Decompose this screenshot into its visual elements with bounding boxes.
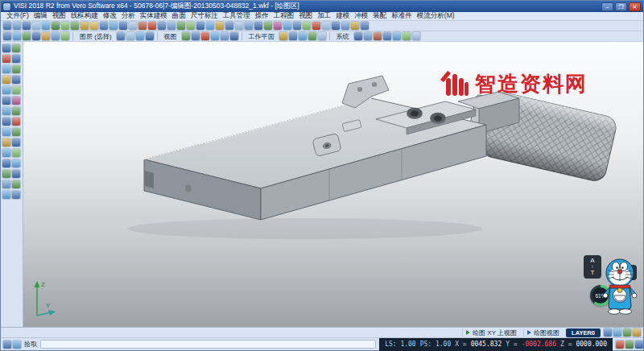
toolbar-icon[interactable] [230, 32, 238, 40]
toolbar-icon[interactable] [341, 22, 349, 30]
command-input[interactable] [40, 340, 376, 349]
toolbar-icon[interactable] [129, 22, 137, 30]
sidebar-icon[interactable] [12, 107, 20, 115]
menu-item[interactable]: 视图 [296, 11, 315, 21]
toolbar-icon[interactable] [146, 32, 154, 40]
sidebar-icon[interactable] [2, 170, 10, 178]
menu-item[interactable]: 建模 [333, 11, 352, 21]
menu-item[interactable]: 工程图 [271, 11, 297, 21]
toolbar-icon[interactable] [264, 22, 272, 30]
sidebar-icon[interactable] [2, 138, 10, 147]
toolbar-icon[interactable] [119, 22, 127, 30]
sidebar-icon[interactable] [12, 86, 20, 94]
toolbar-icon[interactable] [289, 32, 297, 40]
sidebar-icon[interactable] [12, 97, 20, 105]
toolbar-icon[interactable] [221, 32, 229, 40]
toolbar-icon[interactable] [13, 22, 21, 30]
cad-model-part[interactable] [128, 76, 618, 239]
toolbar-icon[interactable] [318, 32, 326, 40]
toolbar-icon[interactable] [109, 22, 118, 30]
toolbar-icon[interactable] [182, 32, 190, 40]
toolbar-icon[interactable] [308, 32, 316, 40]
toolbar-icon[interactable] [354, 32, 362, 40]
toolbar-icon[interactable] [52, 32, 60, 40]
toolbar-icon[interactable] [303, 22, 311, 30]
toolbar-icon[interactable] [32, 32, 40, 40]
sidebar-icon[interactable] [12, 138, 20, 147]
menu-item[interactable]: 尺寸标注 [188, 11, 221, 21]
menu-item[interactable]: 操作 [253, 11, 271, 21]
toolbar-icon[interactable] [361, 22, 369, 30]
toolbar-icon[interactable] [80, 22, 89, 30]
sidebar-icon[interactable] [12, 118, 20, 126]
toolbar-icon[interactable] [312, 22, 320, 30]
toolbar-icon[interactable] [42, 22, 50, 30]
menu-item[interactable]: 加工 [315, 11, 333, 21]
toolbar-icon[interactable] [61, 32, 69, 40]
sidebar-icon[interactable] [2, 128, 10, 136]
toolbar-icon[interactable] [3, 22, 11, 30]
sidebar-icon[interactable] [2, 159, 10, 167]
toolbar-icon[interactable] [351, 22, 359, 30]
sidebar-icon[interactable] [12, 180, 20, 188]
toolbar-icon[interactable] [32, 22, 40, 30]
status-icon[interactable] [13, 341, 21, 349]
toolbar-icon[interactable] [206, 22, 214, 30]
menu-item[interactable]: 标准件 [389, 11, 415, 21]
sidebar-icon[interactable] [12, 149, 20, 157]
toolbar-icon[interactable] [254, 22, 262, 30]
menu-item[interactable]: 实体建模 [138, 11, 170, 21]
sidebar-icon[interactable] [2, 76, 10, 84]
toolbar-icon[interactable] [61, 22, 69, 30]
toolbar-icon[interactable] [412, 32, 420, 40]
toolbar-icon[interactable] [235, 22, 243, 30]
toolbar-icon[interactable] [192, 32, 200, 40]
toolbar-icon[interactable] [13, 32, 21, 40]
toolbar-icon[interactable] [225, 22, 233, 30]
sidebar-icon[interactable] [2, 118, 10, 126]
sidebar-icon[interactable] [12, 128, 20, 136]
menu-item[interactable]: 工具管理 [221, 11, 253, 21]
toolbar-icon[interactable] [245, 22, 253, 30]
toolbar-icon[interactable] [187, 22, 195, 30]
toolbar-icon[interactable] [148, 22, 156, 30]
sidebar-icon[interactable] [12, 159, 20, 167]
sidebar-icon[interactable] [2, 107, 10, 115]
toolbar-icon[interactable] [283, 22, 291, 30]
toolbar-icon[interactable] [279, 32, 287, 40]
layer-badge[interactable]: LAYER0 [566, 328, 601, 337]
sidebar-icon[interactable] [12, 170, 20, 178]
toolbar-icon[interactable] [216, 22, 224, 30]
sidebar-icon[interactable] [2, 97, 10, 105]
status-icon[interactable] [623, 328, 631, 337]
toolbar-icon[interactable] [211, 32, 219, 40]
sidebar-icon[interactable] [12, 76, 20, 84]
toolbar-icon[interactable] [100, 22, 108, 30]
status-icon[interactable] [604, 328, 612, 337]
toolbar-icon[interactable] [3, 32, 11, 40]
toolbar-icon[interactable] [274, 22, 282, 30]
toolbar-icon[interactable] [42, 32, 50, 40]
sidebar-icon[interactable] [2, 65, 10, 73]
menu-item[interactable]: 冲模 [352, 11, 370, 21]
toolbar-icon[interactable] [293, 22, 301, 30]
sidebar-icon[interactable] [2, 86, 10, 94]
menu-item[interactable]: 装配 [370, 11, 389, 21]
status-icon[interactable] [635, 341, 643, 349]
toolbar-icon[interactable] [332, 22, 340, 30]
maximize-button[interactable]: ❐ [615, 2, 627, 11]
toolbar-icon[interactable] [158, 22, 166, 30]
status-icon[interactable] [633, 328, 641, 337]
toolbar-icon[interactable] [23, 22, 31, 30]
sidebar-icon[interactable] [12, 65, 20, 73]
sidebar-icon[interactable] [12, 44, 20, 52]
toolbar-icon[interactable] [136, 32, 144, 40]
toolbar-icon[interactable] [364, 32, 372, 40]
toolbar-icon[interactable] [374, 32, 382, 40]
menu-item[interactable]: 分析 [119, 11, 138, 21]
menu-item[interactable]: 线框构建 [68, 11, 101, 21]
workplane-indicator[interactable]: 绘图 XY 上视图 [462, 328, 520, 337]
sidebar-icon[interactable] [2, 55, 10, 63]
toolbar-icon[interactable] [138, 22, 147, 30]
toolbar-icon[interactable] [52, 22, 60, 30]
